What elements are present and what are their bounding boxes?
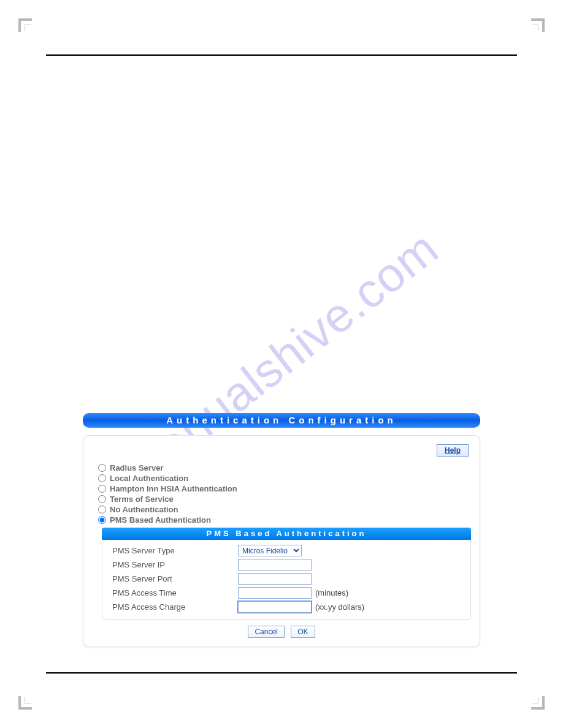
row-pms-server-ip: PMS Server IP (112, 558, 463, 572)
radio-no-authentication[interactable]: No Authentication (98, 504, 469, 515)
radio-hampton-inn-hsia[interactable]: Hampton Inn HSIA Authentication (98, 483, 469, 494)
row-pms-access-charge: PMS Access Charge (xx.yy dollars) (112, 600, 463, 614)
field-label: PMS Access Time (112, 588, 238, 597)
auth-config-panel: Authentication Configuration Help Radius… (83, 413, 480, 647)
cancel-button[interactable]: Cancel (248, 626, 284, 638)
row-pms-access-time: PMS Access Time (minutes) (112, 586, 463, 600)
inner-corner-br (532, 697, 538, 703)
field-hint: (xx.yy dollars) (315, 602, 364, 612)
row-pms-server-port: PMS Server Port (112, 572, 463, 586)
radio-label: Local Authentication (110, 474, 188, 483)
inner-corner-tl (25, 25, 31, 31)
radio-pms-based-authentication[interactable]: PMS Based Authentication (98, 515, 469, 525)
pms-access-time-input[interactable] (238, 587, 312, 599)
radio-label: Radius Server (110, 463, 163, 472)
inner-corner-tr (532, 25, 538, 31)
ok-button[interactable]: OK (291, 626, 315, 638)
radio-input[interactable] (98, 464, 106, 472)
field-label: PMS Server IP (112, 560, 238, 569)
radio-local-authentication[interactable]: Local Authentication (98, 473, 469, 483)
sub-panel-title: PMS Based Authentication (102, 528, 471, 540)
auth-type-radio-group: Radius Server Local Authentication Hampt… (98, 463, 469, 525)
field-hint: (minutes) (315, 588, 348, 597)
field-label: PMS Server Type (112, 546, 238, 555)
radio-input[interactable] (98, 495, 106, 503)
field-label: PMS Server Port (112, 574, 238, 583)
button-row: Cancel OK (94, 626, 469, 638)
field-label: PMS Access Charge (112, 602, 238, 612)
panel-title: Authentication Configuration (83, 413, 480, 428)
radio-input[interactable] (98, 485, 106, 493)
row-pms-server-type: PMS Server Type Micros Fidelio (112, 544, 463, 558)
radio-input[interactable] (98, 474, 106, 482)
help-button[interactable]: Help (437, 444, 469, 457)
pms-server-port-input[interactable] (238, 573, 312, 585)
radio-input[interactable] (98, 516, 106, 524)
radio-label: Hampton Inn HSIA Authentication (110, 484, 237, 493)
radio-input[interactable] (98, 506, 106, 514)
radio-label: PMS Based Authentication (110, 515, 211, 525)
pms-form: PMS Server Type Micros Fidelio PMS Serve… (102, 540, 471, 620)
radio-label: No Authentication (110, 505, 178, 514)
bottom-divider (46, 672, 517, 674)
panel-card: Help Radius Server Local Authentication … (83, 435, 480, 647)
radio-radius-server[interactable]: Radius Server (98, 463, 469, 473)
pms-server-type-select[interactable]: Micros Fidelio (238, 545, 302, 556)
radio-label: Terms of Service (110, 495, 174, 504)
inner-corner-bl (25, 697, 31, 703)
radio-terms-of-service[interactable]: Terms of Service (98, 494, 469, 504)
pms-access-charge-input[interactable] (238, 601, 312, 613)
pms-server-ip-input[interactable] (238, 559, 312, 571)
top-divider (46, 54, 517, 56)
